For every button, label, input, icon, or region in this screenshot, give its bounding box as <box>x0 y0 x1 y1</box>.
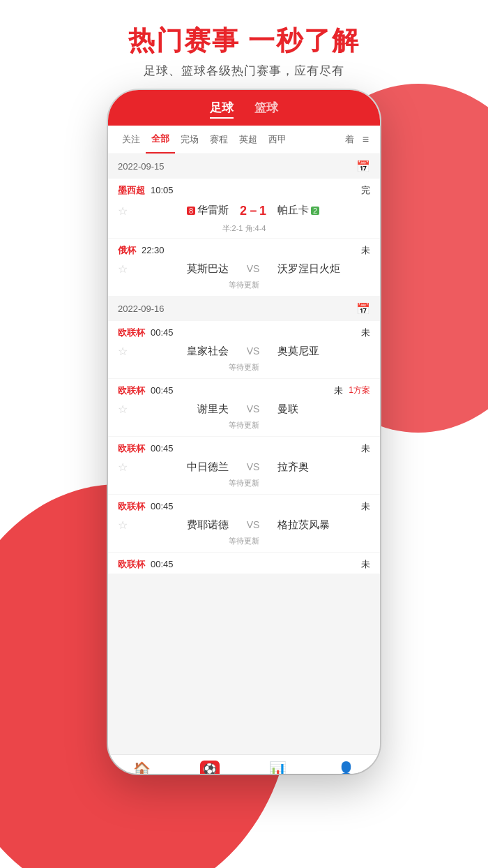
match-header-el5: 欧联杯 00:45 未 <box>108 553 380 574</box>
league-el2[interactable]: 欧联杯 <box>118 384 145 397</box>
vs-el2: VS <box>229 403 277 414</box>
time-el1: 00:45 <box>151 327 174 338</box>
library-nav-icon: 📊 <box>269 761 287 774</box>
home-team-el1: 皇家社会 <box>187 345 229 357</box>
match-header-el4: 欧联杯 00:45 未 <box>108 495 380 516</box>
time-el4: 00:45 <box>151 501 174 511</box>
status-mexsup: 完 <box>361 184 370 197</box>
header-title: 热门赛事 一秒了解 <box>0 25 488 57</box>
away-team-ruscup: 沃罗涅日火炬 <box>277 262 340 274</box>
away-team-el1: 奥莫尼亚 <box>277 345 319 357</box>
filter-finished[interactable]: 完场 <box>175 126 204 153</box>
time-ruscup: 22:30 <box>142 245 165 255</box>
match-card-el3: 欧联杯 00:45 未 ☆ 中日德兰 VS 拉齐奥 等待更新 <box>108 437 380 494</box>
match-card-ruscup: 俄杯 22:30 未 ☆ 莫斯巴达 VS 沃罗涅日火炬 等待更新 <box>108 239 380 296</box>
filter-premier[interactable]: 英超 <box>234 126 263 153</box>
filter-more[interactable]: 着 <box>340 126 360 153</box>
match-card-el4: 欧联杯 00:45 未 ☆ 费耶诺德 VS 格拉茨风暴 等待更新 <box>108 495 380 552</box>
date-text-2: 2022-09-16 <box>118 304 165 314</box>
filter-schedule[interactable]: 赛程 <box>204 126 234 153</box>
home-nav-icon: 🏠 <box>133 761 151 774</box>
home-team-el2: 谢里夫 <box>197 403 229 414</box>
filter-all[interactable]: 全部 <box>146 126 175 154</box>
star-el3[interactable]: ☆ <box>118 461 128 474</box>
match-card-el5: 欧联杯 00:45 未 <box>108 553 380 574</box>
league-el1[interactable]: 欧联杯 <box>118 327 145 339</box>
phone-mockup: 足球 篮球 关注 全部 完场 赛程 英超 西甲 着 ≡ 2022-09-15 📅… <box>108 90 380 774</box>
match-card-el2: 欧联杯 00:45 未 1方案 ☆ 谢里夫 VS 曼联 等待更新 <box>108 379 380 436</box>
content-area[interactable]: 2022-09-15 📅 墨西超 10:05 完 ☆ 8 华雷斯 2－1 <box>108 154 380 754</box>
menu-icon[interactable]: ≡ <box>360 126 372 153</box>
vs-el4: VS <box>229 519 277 530</box>
star-el4[interactable]: ☆ <box>118 518 128 532</box>
star-el2[interactable]: ☆ <box>118 403 128 416</box>
match-card-mexsup: 墨西超 10:05 完 ☆ 8 华雷斯 2－1 帕丘卡 2 <box>108 179 380 238</box>
score-mexsup: 2－1 <box>229 202 277 219</box>
phone-top-bar: 足球 篮球 <box>108 90 380 126</box>
star-ruscup[interactable]: ☆ <box>118 262 128 276</box>
header-section: 热门赛事 一秒了解 足球、篮球各级热门赛事，应有尽有 <box>0 0 488 90</box>
home-badge-mexsup: 8 <box>187 207 195 215</box>
waiting-el3: 等待更新 <box>108 477 380 494</box>
star-el1[interactable]: ☆ <box>118 345 128 358</box>
time-el5: 00:45 <box>151 559 174 569</box>
status-el5: 未 <box>361 558 370 571</box>
league-mexsup[interactable]: 墨西超 <box>118 184 145 197</box>
league-el5[interactable]: 欧联杯 <box>118 558 145 571</box>
status-el4: 未 <box>361 500 370 513</box>
time-el2: 00:45 <box>151 385 174 396</box>
home-team-el4: 费耶诺德 <box>187 518 229 530</box>
away-team-el4: 格拉茨风暴 <box>277 518 330 530</box>
status-el2: 未 <box>334 384 343 397</box>
waiting-el2: 等待更新 <box>108 419 380 436</box>
header-subtitle: 足球、篮球各级热门赛事，应有尽有 <box>0 63 488 79</box>
home-team-mexsup: 华雷斯 <box>197 204 229 217</box>
nav-library[interactable]: 📊 资料库 <box>244 761 312 774</box>
vs-ruscup: VS <box>229 263 277 274</box>
away-team-el3: 拉齐奥 <box>277 461 309 472</box>
status-el3: 未 <box>361 442 370 455</box>
phone-tabs: 足球 篮球 <box>122 100 366 119</box>
bottom-nav: 🏠 首页 ⚽ 比赛 📊 资料库 👤 我的 <box>108 754 380 774</box>
filter-follow[interactable]: 关注 <box>116 126 146 153</box>
waiting-el4: 等待更新 <box>108 534 380 552</box>
date-header-2: 2022-09-16 📅 <box>108 297 380 321</box>
match-nav-icon: ⚽ <box>200 761 220 774</box>
match-header-el1: 欧联杯 00:45 未 <box>108 321 380 342</box>
status-ruscup: 未 <box>361 244 370 257</box>
time-el3: 00:45 <box>151 443 174 454</box>
league-el4[interactable]: 欧联杯 <box>118 500 145 513</box>
filter-bar: 关注 全部 完场 赛程 英超 西甲 着 ≡ <box>108 126 380 154</box>
filter-laliga[interactable]: 西甲 <box>263 126 292 153</box>
match-header-el3: 欧联杯 00:45 未 <box>108 437 380 458</box>
time-mexsup: 10:05 <box>151 185 174 195</box>
plan-badge-el2[interactable]: 1方案 <box>349 384 370 396</box>
match-header-ruscup: 俄杯 22:30 未 <box>108 239 380 260</box>
home-team-ruscup: 莫斯巴达 <box>187 262 229 274</box>
tab-basketball[interactable]: 篮球 <box>254 100 278 119</box>
match-header-mexsup: 墨西超 10:05 完 <box>108 179 380 200</box>
vs-el3: VS <box>229 461 277 472</box>
tab-soccer[interactable]: 足球 <box>210 100 234 119</box>
away-team-el2: 曼联 <box>277 403 298 414</box>
vs-el1: VS <box>229 345 277 357</box>
nav-match[interactable]: ⚽ 比赛 <box>176 761 245 774</box>
home-team-el3: 中日德兰 <box>187 461 229 472</box>
calendar-icon-1[interactable]: 📅 <box>356 160 370 173</box>
waiting-el1: 等待更新 <box>108 361 380 378</box>
date-header-1: 2022-09-15 📅 <box>108 154 380 179</box>
profile-nav-icon: 👤 <box>337 761 355 774</box>
date-text-1: 2022-09-15 <box>118 161 165 172</box>
star-mexsup[interactable]: ☆ <box>118 204 128 217</box>
calendar-icon-2[interactable]: 📅 <box>356 302 370 315</box>
match-card-el1: 欧联杯 00:45 未 ☆ 皇家社会 VS 奥莫尼亚 等待更新 <box>108 321 380 378</box>
league-el3[interactable]: 欧联杯 <box>118 442 145 455</box>
away-team-mexsup: 帕丘卡 <box>277 204 309 217</box>
detail-mexsup: 半:2-1 角:4-4 <box>108 222 380 238</box>
status-el1: 未 <box>361 327 370 339</box>
waiting-ruscup: 等待更新 <box>108 278 380 296</box>
away-badge-mexsup: 2 <box>311 207 319 215</box>
league-ruscup[interactable]: 俄杯 <box>118 244 136 257</box>
